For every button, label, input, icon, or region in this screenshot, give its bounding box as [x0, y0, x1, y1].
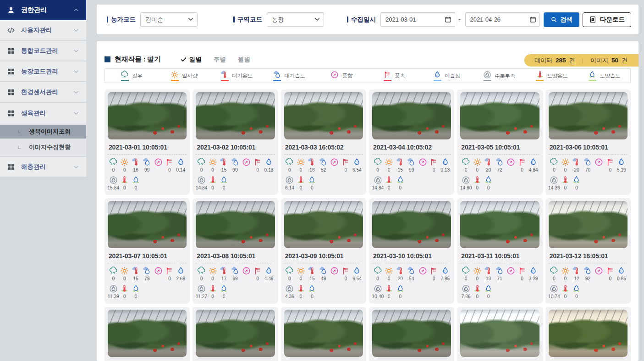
- image-card[interactable]: 2021-03-16 10:05:02: [369, 307, 454, 361]
- sensor-cell-air-temp: 20: [395, 266, 406, 282]
- image-card[interactable]: 2021-03-04 10:05:0200159900.1314.8400: [369, 89, 454, 195]
- search-button[interactable]: 검색: [544, 12, 579, 27]
- excel-file-icon: [589, 16, 597, 23]
- sidebar-item-user-mgmt[interactable]: 사용자관리: [0, 20, 86, 41]
- dew-point-icon: [616, 266, 626, 276]
- sensor-value: 0: [376, 276, 379, 282]
- image-card[interactable]: 2021-03-18 16:05:02: [545, 307, 631, 361]
- sensor-value: 0: [134, 294, 137, 300]
- tab-weekly[interactable]: 주별: [214, 56, 226, 64]
- sensor-cell-solar: 0: [383, 157, 395, 173]
- sensor-value: 20: [574, 167, 579, 173]
- download-button[interactable]: 다운로드: [583, 12, 631, 27]
- sensor-value: 20: [398, 276, 403, 282]
- image-card[interactable]: 2021-03-11 10:05:0100137103.297.8600: [457, 198, 542, 304]
- image-card[interactable]: 2021-03-05 10:05:0100207204.8414.8000: [457, 89, 542, 195]
- growth-photo: [372, 92, 451, 139]
- date-to-input[interactable]: [465, 12, 540, 27]
- card-divider: [284, 154, 363, 155]
- image-card[interactable]: 2021-03-02 10:05:0100159900.1314.8400: [193, 89, 278, 195]
- sensor-value: 0: [288, 276, 291, 282]
- sensor-value: 0.13: [440, 167, 450, 173]
- sidebar-item-integrated-code-mgmt[interactable]: 통합코드관리: [0, 41, 86, 61]
- record-count-badge: 데이터 285 건 | 이미지 50 건: [524, 54, 638, 67]
- growth-photo: [284, 92, 363, 139]
- sensor-value: 0: [399, 294, 402, 300]
- sensor-value: 69: [232, 276, 237, 282]
- image-card[interactable]: 2021-03-14 10:05:01: [193, 307, 278, 361]
- image-card[interactable]: 2021-03-01 10:05:0100169900.1415.8400: [105, 89, 190, 195]
- sidebar-item-label: 환경센서관리: [21, 88, 72, 96]
- soil-temp-icon: [296, 175, 306, 185]
- legend-color-bar: [221, 80, 229, 81]
- soil-humidity-icon: [131, 284, 141, 294]
- sensor-cell-wind-speed: 0: [340, 157, 352, 173]
- sensor-value: 0: [345, 167, 347, 173]
- dew-point-icon: [440, 157, 450, 167]
- filter-bar: 농가코드 김미순 구역코드 농장 수집일시: [97, 5, 638, 34]
- farm-code-select[interactable]: 김미순: [140, 12, 198, 27]
- sidebar-item-image-collection-status[interactable]: 이미지수집현황: [0, 140, 86, 154]
- sidebar-item-permission-mgmt[interactable]: 권한관리: [0, 0, 86, 20]
- sensor-cell-dew-point: 0.13: [440, 157, 451, 173]
- tab-monthly[interactable]: 월별: [238, 56, 250, 64]
- wind-direction-icon: [154, 266, 163, 276]
- sensor-cell-air-humidity: 49: [318, 266, 329, 282]
- sidebar-subitem-label: 이미지수집현황: [29, 143, 71, 151]
- legend-item-dew-point: 이슬점: [420, 70, 473, 81]
- sensor-value: 0: [521, 276, 523, 282]
- sensor-value: 0: [433, 167, 435, 173]
- soil-humidity-icon: [396, 175, 405, 185]
- image-card[interactable]: 2021-03-10 10:05:0100205407.9510.4000: [369, 198, 454, 304]
- image-card[interactable]: 2021-03-17 17:35:01: [457, 307, 542, 361]
- sensor-cell-wind-speed: 0: [517, 157, 528, 173]
- image-card[interactable]: 2021-03-03 16:05:0200165206.546.1400: [281, 89, 366, 195]
- image-card[interactable]: 2021-03-07 10:05:0100157902.6911.3900: [105, 198, 190, 304]
- data-count-unit: 건: [569, 56, 575, 65]
- sensor-value: 0: [388, 276, 391, 282]
- sidebar-item-growth-image-search[interactable]: 생육이미지조회: [0, 125, 86, 139]
- sensor-value: 0: [211, 167, 214, 173]
- wind-direction-icon: [330, 157, 339, 167]
- growth-photo: [460, 92, 539, 139]
- sidebar-item-env-sensor-mgmt[interactable]: 환경센서관리: [0, 82, 86, 103]
- farm-code-group: 농가코드 김미순: [107, 12, 198, 27]
- moisture-deficit-icon: [285, 284, 294, 294]
- sensor-cell-rain: 0: [460, 157, 472, 173]
- image-card[interactable]: 2021-03-08 10:05:0100176904.4911.2700: [193, 198, 278, 304]
- sensor-cell-wind-speed: 0: [164, 266, 176, 282]
- card-divider: [196, 154, 275, 155]
- sensor-value: 14.84: [372, 185, 384, 191]
- sidebar-item-pest-mgmt[interactable]: 해충관리: [0, 157, 86, 178]
- solar-icon: [473, 266, 482, 276]
- date-from-input[interactable]: [380, 12, 455, 27]
- sensor-value: 0: [311, 185, 314, 191]
- legend-item-moisture-deficit: 수분부족: [473, 70, 525, 81]
- sidebar-item-farm-code-mgmt[interactable]: 농장코드관리: [0, 61, 86, 82]
- sensor-cell-rain: 0: [196, 157, 207, 173]
- image-card[interactable]: 2021-03-13 10:05:01: [105, 307, 190, 361]
- image-card[interactable]: 2021-03-09 10:05:0100154906.544.3600: [281, 198, 366, 304]
- wind-direction-icon: [594, 266, 604, 276]
- image-card[interactable]: 2021-03-15 10:05:01: [281, 307, 366, 361]
- chevron-down-icon: [72, 89, 80, 96]
- sidebar-item-label: 통합코드관리: [21, 47, 72, 55]
- sensor-cell-wind-direction: [594, 266, 605, 282]
- sidebar-item-growth-mgmt[interactable]: 생육관리: [0, 103, 86, 123]
- solar-icon: [384, 266, 394, 276]
- sensor-value-row: 15.8400: [108, 175, 187, 191]
- sensor-value: 0: [256, 276, 259, 282]
- sensor-cell-air-temp: 16: [130, 157, 142, 173]
- zone-code-select[interactable]: 농장: [267, 12, 324, 27]
- sensor-cell-soil-humidity: 0: [130, 175, 142, 191]
- sidebar-item-label: 생육관리: [21, 109, 72, 117]
- image-card[interactable]: 2021-03-06 10:05:0100207005.1914.3600: [545, 89, 631, 195]
- soil-humidity-icon: [572, 284, 581, 294]
- solar-icon: [561, 266, 570, 276]
- sensor-cell-solar: 0: [472, 266, 483, 282]
- image-card[interactable]: 2021-03-12 16:05:0100129200.8510.7400: [545, 198, 631, 304]
- sensor-cell-rain: 0: [196, 266, 207, 282]
- legend-color-bar: [484, 80, 491, 81]
- tab-daily[interactable]: 일별: [180, 56, 202, 64]
- sensor-value: 0: [609, 276, 612, 282]
